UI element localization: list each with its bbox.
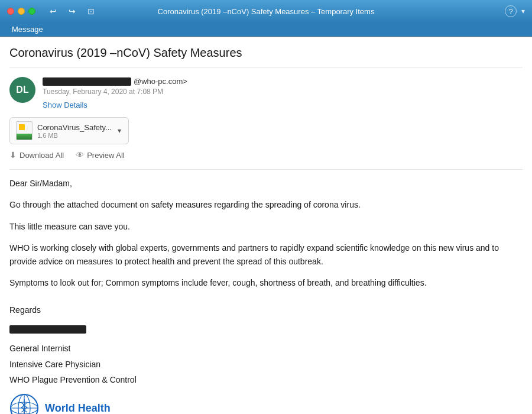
who-logo-text: World Health xyxy=(45,400,111,414)
window-controls: ↩ ↪ ⊡ xyxy=(47,5,97,17)
download-all-label: Download All xyxy=(20,151,64,160)
who-logo-icon xyxy=(9,393,39,414)
attachment-meta: CoronaVirus_Safety... 1.6 MB xyxy=(37,123,112,139)
signature-area: Regards General Internist Intensive Care… xyxy=(9,303,523,386)
attachment-name: CoronaVirus_Safety... xyxy=(37,123,112,132)
maximize-button[interactable] xyxy=(28,8,35,15)
divider xyxy=(9,169,523,170)
email-subject: Coronavirus (2019 –nCoV) Safety Measures xyxy=(9,46,523,67)
signature-name-redacted xyxy=(9,325,86,334)
attachment-dropdown-button[interactable]: ▾ xyxy=(116,125,122,136)
attachment-icon-detail xyxy=(19,124,25,130)
sender-email-line: @who-pc.com> xyxy=(43,77,523,86)
regards-label: Regards xyxy=(9,303,523,316)
help-button[interactable]: ? xyxy=(505,5,517,17)
titlebar: ↩ ↪ ⊡ Coronavirus (2019 –nCoV) Safety Me… xyxy=(0,0,532,22)
sender-info: @who-pc.com> Tuesday, February 4, 2020 a… xyxy=(43,77,523,110)
title-general-internist: General Internist xyxy=(9,342,523,355)
body-paragraph-2: This little measure can save you. xyxy=(9,220,523,233)
message-menu[interactable]: Message xyxy=(7,24,48,35)
avatar: DL xyxy=(9,77,35,103)
preview-all-label: Preview All xyxy=(87,151,125,160)
download-all-link[interactable]: ⬇ Download All xyxy=(9,150,64,160)
attachment-file-icon xyxy=(16,121,33,140)
actions-row: ⬇ Download All 👁 Preview All xyxy=(9,150,523,160)
compose-button[interactable]: ⊡ xyxy=(85,5,97,17)
attachment-area: CoronaVirus_Safety... 1.6 MB ▾ xyxy=(9,117,523,144)
eye-icon: 👁 xyxy=(76,150,84,160)
email-container: Coronavirus (2019 –nCoV) Safety Measures… xyxy=(0,37,532,414)
forward-button[interactable]: ↪ xyxy=(66,5,78,17)
sender-area: DL @who-pc.com> Tuesday, February 4, 202… xyxy=(9,77,523,110)
body-paragraph-4: Symptoms to look out for; Common symptom… xyxy=(9,276,523,289)
minimize-button[interactable] xyxy=(18,8,25,15)
titlebar-right: ? ▾ xyxy=(505,5,525,17)
salutation: Dear Sir/Madam, xyxy=(9,177,523,190)
sender-name-redacted xyxy=(43,77,131,86)
show-details-link[interactable]: Show Details xyxy=(43,101,87,109)
body-paragraph-3: WHO is working closely with global exper… xyxy=(9,241,523,268)
title-who-plague: WHO Plague Prevention & Control xyxy=(9,373,523,386)
sender-domain: @who-pc.com> xyxy=(134,77,187,86)
attachment-card[interactable]: CoronaVirus_Safety... 1.6 MB ▾ xyxy=(9,117,129,144)
traffic-lights xyxy=(7,8,35,15)
title-intensive-care: Intensive Care Physician xyxy=(9,358,523,371)
sender-date: Tuesday, February 4, 2020 at 7:08 PM xyxy=(43,88,523,96)
who-logo-area: World Health xyxy=(9,393,523,414)
download-icon: ⬇ xyxy=(9,150,17,160)
email-body: Dear Sir/Madam, Go through the attached … xyxy=(9,177,523,414)
back-button[interactable]: ↩ xyxy=(47,5,59,17)
chevron-down-icon[interactable]: ▾ xyxy=(521,7,525,15)
titlebar-left: ↩ ↪ ⊡ xyxy=(7,5,97,17)
window-title: Coronavirus (2019 –nCoV) Safety Measures… xyxy=(158,7,375,16)
close-button[interactable] xyxy=(7,8,14,15)
body-paragraph-1: Go through the attached document on safe… xyxy=(9,198,523,211)
attachment-icon-stripe xyxy=(17,134,32,140)
menubar: Message xyxy=(0,22,532,37)
attachment-size: 1.6 MB xyxy=(37,132,112,139)
preview-all-link[interactable]: 👁 Preview All xyxy=(76,150,125,160)
